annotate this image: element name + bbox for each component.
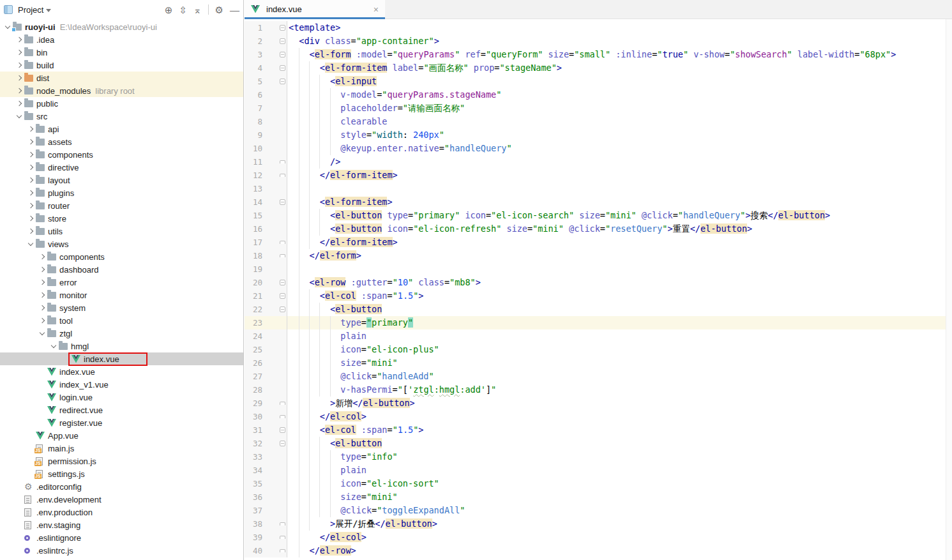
tree-item-bin[interactable]: bin [0, 46, 243, 59]
tree-item-system[interactable]: system [0, 301, 243, 314]
fold-end-icon[interactable] [280, 160, 285, 163]
line-number: 18 [245, 249, 262, 262]
chevron-expanded-icon[interactable] [14, 116, 24, 117]
chevron-expanded-icon[interactable] [37, 333, 47, 335]
fold-end-icon[interactable] [280, 415, 285, 418]
tree-item-permission-js[interactable]: JSpermission.js [0, 455, 243, 467]
fold-end-icon[interactable] [280, 536, 285, 539]
chevron-collapsed-icon[interactable] [26, 204, 36, 208]
fold-collapse-icon[interactable] [280, 293, 285, 299]
chevron-collapsed-icon[interactable] [26, 229, 36, 233]
fold-collapse-icon[interactable] [280, 199, 285, 205]
tree-item-index-vue[interactable]: index.vue [0, 352, 243, 365]
tree-item-dist[interactable]: dist [0, 72, 243, 84]
tree-item-error[interactable]: error [0, 276, 243, 289]
chevron-collapsed-icon[interactable] [26, 140, 36, 144]
fold-end-icon[interactable] [280, 241, 285, 244]
chevron-expanded-icon[interactable] [26, 243, 36, 245]
hide-panel-icon[interactable]: — [230, 5, 239, 15]
fold-end-icon[interactable] [280, 522, 285, 526]
tree-item-label: .idea [36, 35, 54, 45]
tree-item-api[interactable]: api [0, 123, 243, 135]
fold-collapse-icon[interactable] [280, 38, 285, 44]
chevron-collapsed-icon[interactable] [37, 255, 47, 259]
tree-item-tool[interactable]: tool [0, 314, 243, 327]
fold-collapse-icon[interactable] [280, 65, 285, 71]
tree-item-ruoyi-ui[interactable]: ruoyi-uiE:\IdeaWorkspace\ruoyi-ui [0, 20, 243, 33]
tree-item--env-production[interactable]: .env.production [0, 506, 243, 518]
fold-end-icon[interactable] [280, 549, 285, 552]
fold-collapse-icon[interactable] [280, 306, 285, 312]
chevron-collapsed-icon[interactable] [26, 178, 36, 182]
editor-scrollbar[interactable] [946, 19, 952, 560]
fold-collapse-icon[interactable] [280, 427, 285, 433]
tree-item--env-development[interactable]: .env.development [0, 493, 243, 506]
tree-item--editorconfig[interactable]: ⚙.editorconfig [0, 480, 243, 493]
chevron-expanded-icon[interactable] [49, 345, 59, 347]
tree-item-dashboard[interactable]: dashboard [0, 263, 243, 276]
tree-item-hmgl[interactable]: hmgl [0, 340, 243, 352]
chevron-collapsed-icon[interactable] [14, 50, 24, 54]
tree-item-main-js[interactable]: JSmain.js [0, 442, 243, 455]
locate-file-icon[interactable]: ⊕ [165, 5, 173, 15]
tree-item-ztgl[interactable]: ztgl [0, 327, 243, 340]
tab-close-icon[interactable]: × [374, 4, 379, 15]
tree-item-plugins[interactable]: plugins [0, 186, 243, 199]
tree-item-utils[interactable]: utils [0, 225, 243, 238]
tab-index-vue[interactable]: index.vue × [245, 0, 385, 19]
code-editor-surface[interactable]: 1<template>2 <div class="app-container">… [245, 19, 952, 560]
chevron-collapsed-icon[interactable] [26, 127, 36, 131]
fold-end-icon[interactable] [280, 174, 285, 177]
chevron-collapsed-icon[interactable] [37, 293, 47, 297]
fold-collapse-icon[interactable] [280, 441, 285, 446]
chevron-collapsed-icon[interactable] [14, 63, 24, 67]
tree-item-index-vue[interactable]: index.vue [0, 365, 243, 378]
chevron-collapsed-icon[interactable] [26, 153, 36, 156]
fold-collapse-icon[interactable] [280, 79, 285, 84]
fold-collapse-icon[interactable] [280, 25, 285, 31]
tree-item-src[interactable]: src [0, 110, 243, 123]
collapse-all-icon[interactable]: ⌅ [193, 5, 202, 15]
tree-item-redirect-vue[interactable]: redirect.vue [0, 404, 243, 416]
tree-item-settings-js[interactable]: JSsettings.js [0, 467, 243, 480]
tree-item-views[interactable]: views [0, 238, 243, 250]
tree-item-layout[interactable]: layout [0, 174, 243, 186]
chevron-collapsed-icon[interactable] [26, 191, 36, 195]
chevron-collapsed-icon[interactable] [14, 76, 24, 80]
tree-item-monitor[interactable]: monitor [0, 289, 243, 301]
chevron-collapsed-icon[interactable] [14, 89, 24, 93]
tree-item-router[interactable]: router [0, 199, 243, 212]
chevron-collapsed-icon[interactable] [26, 165, 36, 169]
tree-item-register-vue[interactable]: register.vue [0, 416, 243, 429]
chevron-collapsed-icon[interactable] [14, 102, 24, 105]
tree-item-app-vue[interactable]: App.vue [0, 429, 243, 442]
tree-item-directive[interactable]: directive [0, 161, 243, 174]
fold-end-icon[interactable] [280, 254, 285, 257]
chevron-collapsed-icon[interactable] [26, 216, 36, 220]
settings-gear-icon[interactable]: ⚙ [215, 5, 223, 15]
tree-item--env-staging[interactable]: .env.staging [0, 518, 243, 531]
chevron-collapsed-icon[interactable] [37, 319, 47, 322]
fold-collapse-icon[interactable] [280, 52, 285, 57]
chevron-collapsed-icon[interactable] [37, 306, 47, 310]
tree-item--eslintignore[interactable]: .eslintignore [0, 531, 243, 544]
tree-item--eslintrc-js[interactable]: .eslintrc.js [0, 544, 243, 557]
tree-item-node-modules[interactable]: node_moduleslibrary root [0, 84, 243, 97]
tree-item-index-v1-vue[interactable]: index_v1.vue [0, 378, 243, 391]
tree-item--idea[interactable]: .idea [0, 33, 243, 46]
project-panel-title[interactable]: Project [18, 5, 43, 15]
chevron-down-icon[interactable] [46, 9, 51, 12]
tree-item-store[interactable]: store [0, 212, 243, 225]
expand-all-icon[interactable]: ⇳ [179, 5, 187, 15]
tree-item-components[interactable]: components [0, 148, 243, 161]
fold-end-icon[interactable] [280, 402, 285, 405]
tree-item-login-vue[interactable]: login.vue [0, 391, 243, 404]
tree-item-build[interactable]: build [0, 59, 243, 72]
chevron-collapsed-icon[interactable] [37, 268, 47, 271]
chevron-collapsed-icon[interactable] [37, 280, 47, 284]
tree-item-assets[interactable]: assets [0, 135, 243, 148]
tree-item-components[interactable]: components [0, 250, 243, 263]
fold-collapse-icon[interactable] [280, 280, 285, 285]
tree-item-public[interactable]: public [0, 97, 243, 110]
chevron-collapsed-icon[interactable] [14, 38, 24, 42]
